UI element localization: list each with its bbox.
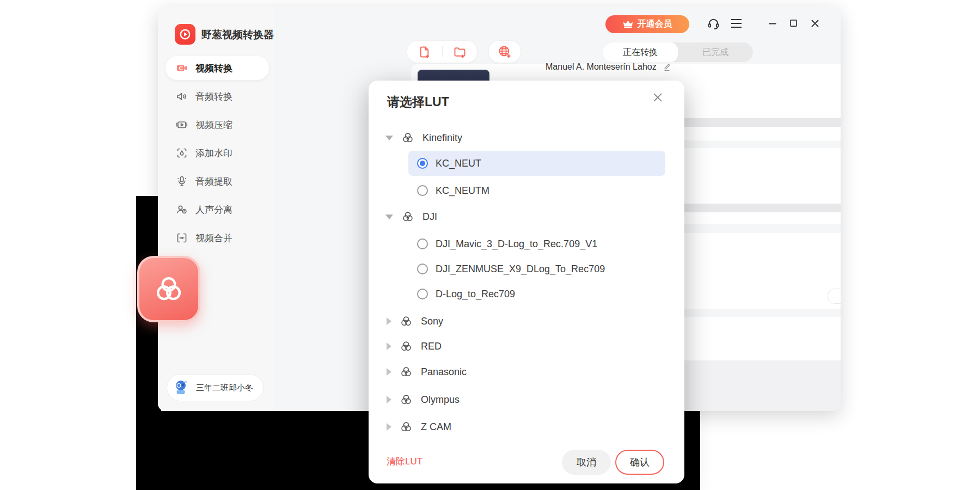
lut-group-label: Z CAM — [421, 421, 451, 433]
lut-group-label: Sony — [421, 316, 443, 327]
tree-expanded-icon — [385, 215, 393, 219]
lut-floating-button[interactable] — [137, 256, 200, 322]
sidebar-item-label: 视频压缩 — [195, 119, 232, 131]
add-folder-icon[interactable] — [452, 45, 467, 59]
lut-group-icon — [399, 420, 413, 434]
lut-group-label: Kinefinity — [422, 132, 462, 144]
lut-option-kc-neut[interactable]: KC_NEUT — [417, 155, 481, 171]
tree-collapsed-icon — [387, 423, 391, 431]
tab-converting[interactable]: 正在转换 — [603, 42, 678, 62]
dialog-title: 请选择LUT — [387, 94, 449, 111]
app-title: 野葱视频转换器 — [201, 28, 274, 42]
radio-selected-icon[interactable] — [417, 158, 428, 169]
lut-group-red[interactable]: RED — [387, 338, 442, 354]
lut-group-label: RED — [421, 341, 442, 352]
tab-completed[interactable]: 已完成 — [678, 42, 753, 62]
lut-group-olympus[interactable]: Olympus — [387, 391, 460, 408]
lut-option-label: DJI_Mavic_3_D-Log_to_Rec.709_V1 — [436, 238, 597, 250]
sidebar-item-video-convert[interactable]: 视频转换 — [166, 56, 269, 80]
lut-option-dji-zenmuse[interactable]: DJI_ZENMUSE_X9_DLog_To_Rec709 — [417, 261, 605, 277]
app-logo-icon — [175, 24, 195, 45]
lut-group-icon — [399, 393, 413, 407]
microphone-icon — [175, 175, 188, 188]
lut-option-label: KC_NEUTM — [436, 185, 489, 197]
lut-group-dji[interactable]: DJI — [385, 209, 437, 225]
menu-hamburger-icon[interactable] — [731, 19, 742, 28]
sidebar-item-label: 添加水印 — [195, 147, 232, 160]
lut-group-sony[interactable]: Sony — [387, 313, 443, 329]
sidebar-item-video-merge[interactable]: 视频合并 — [166, 226, 269, 250]
lut-option-dlog-rec709[interactable]: D-Log_to_Rec709 — [417, 286, 515, 302]
radio-unselected-icon[interactable] — [417, 238, 428, 249]
sidebar: 野葱视频转换器 视频转换 音频转换 视频压缩 — [158, 6, 277, 411]
status-tabs: 正在转换 已完成 — [603, 42, 753, 62]
lut-group-label: Panasonic — [421, 366, 467, 378]
radio-unselected-icon[interactable] — [417, 289, 428, 299]
user-account[interactable]: 三年二班邱小冬 — [167, 374, 264, 401]
sidebar-item-label: 音频转换 — [195, 90, 232, 103]
add-file-icon[interactable] — [417, 45, 432, 59]
clear-lut-link[interactable]: 清除LUT — [387, 455, 422, 468]
maximize-button[interactable] — [789, 19, 798, 27]
settings-pill[interactable]: 设置 — [828, 289, 841, 304]
video-merge-icon — [175, 231, 188, 244]
sidebar-item-voice-separate[interactable]: 人声分离 — [166, 198, 269, 222]
sidebar-item-label: 视频合并 — [195, 232, 232, 244]
sidebar-item-audio-extract[interactable]: 音频提取 — [166, 169, 269, 193]
toolbar-divider — [442, 46, 443, 57]
lut-group-zcam[interactable]: Z CAM — [387, 419, 451, 435]
radio-unselected-icon[interactable] — [417, 185, 428, 196]
lut-group-label: DJI — [422, 211, 437, 223]
lut-option-kc-neutm[interactable]: KC_NEUTM — [417, 182, 489, 199]
lut-group-label: Olympus — [421, 394, 460, 406]
add-url-globe-icon[interactable] — [497, 44, 512, 59]
lut-group-icon — [401, 131, 415, 145]
lut-option-label: KC_NEUT — [436, 158, 481, 169]
sidebar-item-label: 音频提取 — [195, 175, 232, 188]
watermark-icon — [175, 146, 188, 160]
lut-select-dialog: 请选择LUT Kinefinity KC_NEUT KC_NEUTM — [369, 81, 684, 483]
close-dialog-icon[interactable] — [650, 89, 666, 106]
user-name: 三年二班邱小冬 — [196, 383, 253, 393]
sidebar-item-add-watermark[interactable]: 添加水印 — [166, 141, 269, 165]
close-window-button[interactable] — [811, 19, 819, 28]
sidebar-item-label: 人声分离 — [195, 204, 232, 216]
vip-upgrade-button[interactable]: 开通会员 — [605, 15, 689, 33]
edit-filename-icon[interactable] — [662, 62, 672, 72]
lut-option-label: DJI_ZENMUSE_X9_DLog_To_Rec709 — [436, 264, 605, 275]
lut-option-dji-mavic[interactable]: DJI_Mavic_3_D-Log_to_Rec.709_V1 — [417, 236, 597, 252]
file-name: Manuel A. Monteserín Lahoz — [546, 62, 657, 72]
voice-separate-icon — [175, 203, 188, 216]
lut-tri-circle-icon — [152, 272, 186, 306]
tree-collapsed-icon — [387, 342, 391, 350]
dialog-confirm-button[interactable]: 确认 — [615, 450, 664, 475]
tree-expanded-icon — [385, 136, 393, 140]
lut-group-icon — [399, 365, 413, 379]
lut-group-icon — [401, 210, 415, 224]
lut-group-panasonic[interactable]: Panasonic — [387, 364, 467, 380]
lut-option-label: D-Log_to_Rec709 — [436, 289, 515, 300]
file-name-row: Manuel A. Monteserín Lahoz — [546, 62, 672, 72]
sidebar-item-video-compress[interactable]: 视频压缩 — [166, 113, 269, 137]
crown-icon — [623, 20, 633, 28]
sidebar-item-audio-convert[interactable]: 音频转换 — [166, 84, 269, 108]
support-headset-icon[interactable] — [707, 17, 720, 30]
lut-group-icon — [399, 314, 413, 328]
dialog-cancel-button[interactable]: 取消 — [562, 450, 611, 475]
add-url-group — [488, 40, 521, 63]
minimize-button[interactable] — [768, 19, 777, 28]
audio-convert-icon — [175, 90, 188, 103]
tree-collapsed-icon — [387, 396, 391, 403]
video-compress-icon — [175, 118, 188, 131]
tree-collapsed-icon — [387, 317, 391, 325]
radio-unselected-icon[interactable] — [417, 264, 428, 274]
screenshot-canvas: 野葱视频转换器 视频转换 音频转换 视频压缩 — [0, 0, 980, 490]
user-avatar — [170, 377, 191, 398]
lut-group-kinefinity[interactable]: Kinefinity — [385, 130, 462, 146]
sidebar-item-label: 视频转换 — [195, 62, 232, 75]
add-file-group — [407, 40, 477, 63]
video-convert-icon — [175, 62, 188, 75]
tree-collapsed-icon — [387, 368, 391, 376]
vip-upgrade-label: 开通会员 — [638, 19, 672, 30]
lut-group-icon — [399, 339, 413, 353]
